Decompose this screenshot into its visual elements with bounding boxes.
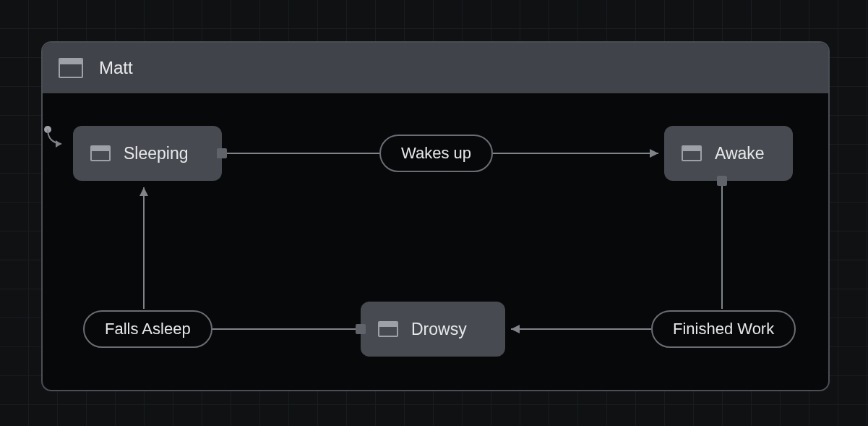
state-machine-header[interactable]: Matt [43, 43, 828, 93]
state-node-drowsy[interactable]: Drowsy [361, 302, 505, 357]
state-label: Drowsy [411, 320, 467, 339]
transition-finished-work[interactable]: Finished Work [651, 310, 796, 348]
state-label: Sleeping [124, 144, 189, 163]
transition-wakes-up[interactable]: Wakes up [379, 135, 493, 172]
svg-marker-7 [511, 325, 520, 333]
state-node-sleeping[interactable]: Sleeping [73, 126, 222, 181]
transition-label: Falls Asleep [105, 320, 191, 338]
svg-point-0 [44, 126, 51, 133]
window-icon [59, 58, 83, 78]
transition-falls-asleep[interactable]: Falls Asleep [83, 310, 212, 348]
transition-label: Finished Work [673, 320, 774, 338]
transition-label: Wakes up [401, 144, 471, 163]
state-machine-title: Matt [99, 58, 133, 78]
state-port[interactable] [717, 176, 727, 186]
window-icon [90, 145, 111, 161]
state-port[interactable] [356, 324, 366, 334]
window-icon [378, 321, 398, 337]
window-icon [682, 145, 702, 161]
state-port[interactable] [217, 148, 227, 158]
diagram-canvas[interactable]: Matt Sleeping [0, 0, 868, 426]
svg-marker-10 [139, 187, 148, 196]
initial-state-marker [41, 125, 67, 151]
svg-marker-4 [650, 149, 658, 158]
state-node-awake[interactable]: Awake [664, 126, 793, 181]
svg-marker-1 [56, 140, 61, 148]
state-machine-panel[interactable]: Matt Sleeping [41, 41, 830, 391]
state-label: Awake [715, 144, 765, 163]
